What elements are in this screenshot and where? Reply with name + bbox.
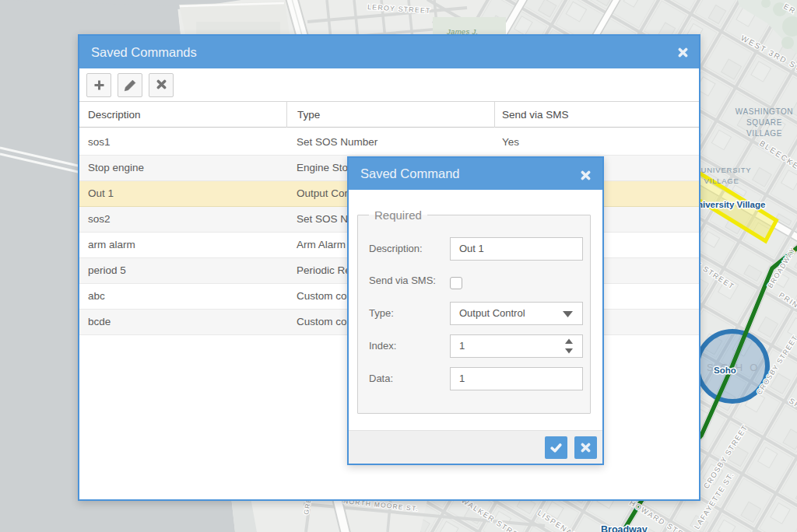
svg-text:niversity Village: niversity Village [697, 200, 765, 209]
svg-text:VILLAGE: VILLAGE [704, 177, 739, 185]
svg-text:Broadway: Broadway [601, 524, 648, 532]
svg-text:VILLAGE: VILLAGE [746, 129, 782, 138]
svg-text:WASHINGTON: WASHINGTON [736, 107, 793, 116]
svg-text:UNIVERSITY: UNIVERSITY [700, 166, 751, 174]
svg-text:SQUARE: SQUARE [746, 118, 782, 127]
svg-text:Soho: Soho [714, 366, 736, 375]
